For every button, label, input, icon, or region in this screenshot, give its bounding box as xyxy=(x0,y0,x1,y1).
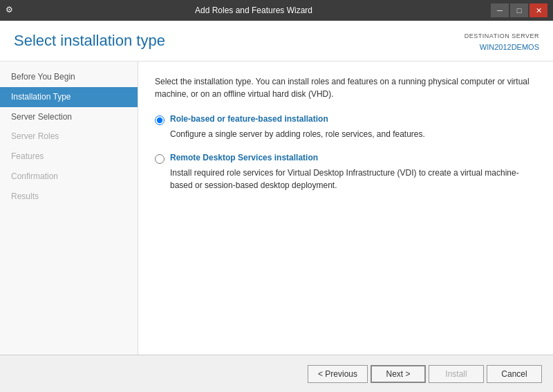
sidebar-item-before-you-begin[interactable]: Before You Begin xyxy=(0,67,138,87)
radio-remote-desktop[interactable] xyxy=(155,154,165,164)
content-area: Before You Begin Installation Type Serve… xyxy=(0,62,553,355)
window-title: Add Roles and Features Wizard xyxy=(17,6,491,15)
sidebar-item-results: Results xyxy=(0,187,138,207)
server-info: DESTINATION SERVER WIN2012DEMOS xyxy=(465,32,539,53)
radio-role-based[interactable] xyxy=(155,115,165,125)
radio-role-based-label[interactable]: Role-based or feature-based installation xyxy=(170,114,328,124)
app-icon: ⚙ xyxy=(6,5,17,16)
option-role-based: Role-based or feature-based installation… xyxy=(155,114,536,140)
radio-remote-desktop-label[interactable]: Remote Desktop Services installation xyxy=(170,153,318,162)
main-window: Select installation type DESTINATION SER… xyxy=(0,21,553,392)
footer: < Previous Next > Install Cancel xyxy=(0,355,553,392)
sidebar-item-server-roles: Server Roles xyxy=(0,127,138,147)
sidebar-item-confirmation: Confirmation xyxy=(0,167,138,187)
next-button[interactable]: Next > xyxy=(371,365,426,383)
main-content: Select the installation type. You can in… xyxy=(138,62,553,355)
server-label: DESTINATION SERVER xyxy=(465,32,539,41)
maximize-button[interactable]: □ xyxy=(510,3,528,17)
close-button[interactable]: ✕ xyxy=(529,3,547,17)
option-remote-desktop: Remote Desktop Services installation Ins… xyxy=(155,153,536,192)
title-bar: ⚙ Add Roles and Features Wizard ─ □ ✕ xyxy=(0,0,553,21)
minimize-button[interactable]: ─ xyxy=(491,3,509,17)
cancel-button[interactable]: Cancel xyxy=(487,365,542,383)
description-text: Select the installation type. You can in… xyxy=(155,75,536,100)
install-button[interactable]: Install xyxy=(429,365,484,383)
sidebar-item-features: Features xyxy=(0,147,138,167)
sidebar-item-installation-type[interactable]: Installation Type xyxy=(0,87,138,107)
sidebar: Before You Begin Installation Type Serve… xyxy=(0,62,138,355)
server-name: WIN2012DEMOS xyxy=(465,41,539,53)
radio-remote-desktop-description: Install required role services for Virtu… xyxy=(170,167,536,192)
sidebar-item-server-selection[interactable]: Server Selection xyxy=(0,107,138,127)
radio-role-based-description: Configure a single server by adding role… xyxy=(170,128,536,140)
window-controls: ─ □ ✕ xyxy=(491,3,547,17)
page-header: Select installation type DESTINATION SER… xyxy=(0,21,553,62)
page-title: Select installation type xyxy=(14,32,165,50)
previous-button[interactable]: < Previous xyxy=(308,365,368,383)
